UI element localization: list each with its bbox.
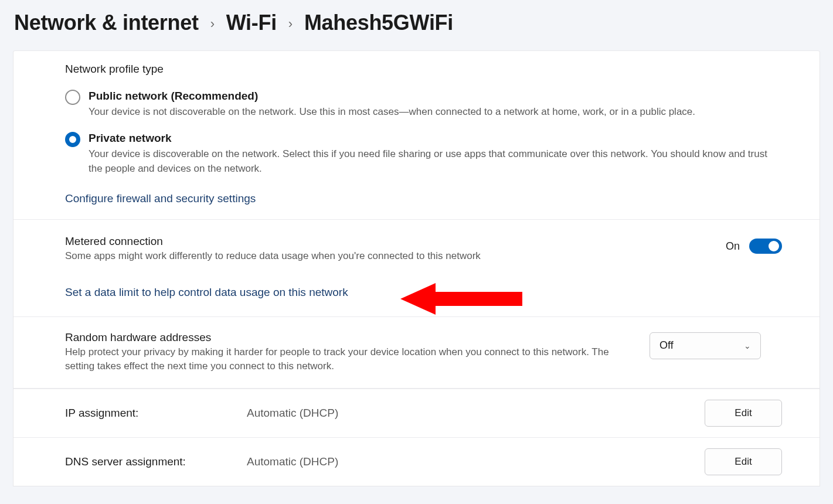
ip-assignment-label: IP assignment:	[65, 407, 247, 420]
firewall-settings-link[interactable]: Configure firewall and security settings	[65, 192, 256, 205]
ip-assignment-value: Automatic (DHCP)	[247, 407, 705, 420]
random-hw-desc: Help protect your privacy by making it h…	[65, 345, 638, 374]
random-hw-dropdown[interactable]: Off ⌄	[650, 332, 761, 359]
row-ip-assignment: IP assignment: Automatic (DHCP) Edit	[13, 389, 820, 437]
chevron-right-icon: ›	[210, 18, 215, 30]
metered-heading: Metered connection	[65, 235, 714, 248]
network-profile-heading: Network profile type	[65, 63, 803, 76]
radio-private-network[interactable]: Private network Your device is discovera…	[65, 131, 803, 176]
toggle-knob	[769, 241, 779, 251]
section-metered-connection: Metered connection Some apps might work …	[13, 220, 820, 317]
dns-edit-button[interactable]: Edit	[705, 448, 782, 475]
data-limit-link[interactable]: Set a data limit to help control data us…	[65, 286, 348, 299]
metered-desc: Some apps might work differently to redu…	[65, 249, 714, 264]
random-hw-value: Off	[659, 339, 674, 352]
settings-panel: Network profile type Public network (Rec…	[13, 50, 820, 486]
metered-toggle[interactable]	[749, 239, 782, 254]
breadcrumb: Network & internet › Wi-Fi › Mahesh5GWiF…	[13, 11, 820, 35]
row-dns-assignment: DNS server assignment: Automatic (DHCP) …	[13, 437, 820, 486]
radio-public-title: Public network (Recommended)	[89, 88, 803, 104]
breadcrumb-current: Mahesh5GWiFi	[304, 11, 453, 35]
breadcrumb-root[interactable]: Network & internet	[14, 11, 199, 35]
random-hw-heading: Random hardware addresses	[65, 331, 638, 344]
radio-icon	[65, 132, 80, 147]
ip-edit-button[interactable]: Edit	[705, 400, 782, 427]
chevron-right-icon: ›	[288, 18, 293, 30]
radio-private-desc: Your device is discoverable on the netwo…	[89, 147, 780, 176]
section-network-profile: Network profile type Public network (Rec…	[13, 51, 820, 220]
radio-private-title: Private network	[89, 131, 803, 146]
chevron-down-icon: ⌄	[744, 341, 751, 350]
dns-assignment-value: Automatic (DHCP)	[247, 455, 705, 468]
section-random-hardware: Random hardware addresses Help protect y…	[13, 317, 820, 389]
radio-public-desc: Your device is not discoverable on the n…	[89, 105, 780, 120]
breadcrumb-wifi[interactable]: Wi-Fi	[226, 11, 277, 35]
dns-assignment-label: DNS server assignment:	[65, 455, 247, 468]
radio-public-network[interactable]: Public network (Recommended) Your device…	[65, 88, 803, 119]
radio-icon	[65, 90, 80, 105]
metered-toggle-state: On	[726, 240, 740, 253]
